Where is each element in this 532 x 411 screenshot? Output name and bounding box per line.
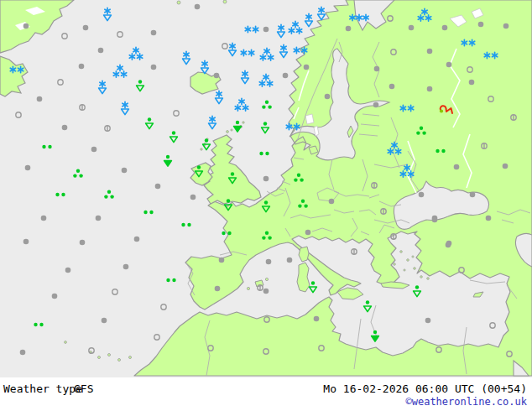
cloud-icon: [486, 216, 492, 221]
cloud-icon: [427, 86, 433, 92]
cloud-icon: [263, 289, 269, 294]
cloud-icon: [37, 96, 43, 102]
cloud-icon: [151, 65, 157, 70]
cloud-icon: [389, 84, 395, 90]
cloud-icon: [263, 27, 269, 33]
cloud-icon: [65, 268, 71, 273]
cloud-icon: [98, 48, 104, 54]
cloud-icon: [425, 318, 431, 324]
copyright-link[interactable]: ©weatheronline.co.uk: [406, 396, 528, 408]
cloud-icon: [432, 217, 438, 223]
snow-3row-icon: [350, 14, 368, 20]
cloud-icon: [503, 23, 509, 29]
cloud-icon: [80, 240, 86, 246]
cloud-icon: [190, 195, 196, 200]
cloud-icon: [329, 199, 335, 205]
cloud-icon: [454, 164, 460, 170]
ibiza: [247, 287, 249, 289]
cloud-icon: [155, 184, 161, 190]
cloud-icon: [503, 164, 509, 169]
cloud-icon: [41, 216, 47, 221]
europe-basemap: [0, 0, 532, 377]
cloud-icon: [409, 25, 415, 31]
weather-map: [0, 0, 532, 377]
cloud-icon: [446, 242, 451, 248]
cloud-icon: [79, 64, 85, 70]
timestamp-label: Mo 16-02-2026 06:00 UTC (00+54): [323, 382, 527, 395]
cloud-icon: [214, 73, 220, 79]
cloud-icon: [102, 318, 107, 324]
cloud-icon: [123, 264, 129, 270]
cloud-icon: [419, 192, 425, 198]
cloud-icon: [325, 94, 331, 100]
model-label: GFS: [74, 382, 93, 395]
cloud-icon: [23, 239, 29, 245]
cloud-icon: [373, 102, 379, 108]
cloud-icon: [96, 216, 102, 221]
cloud-icon: [374, 66, 380, 72]
cloud-icon: [314, 316, 320, 322]
cloud-icon: [134, 237, 140, 242]
cloud-icon: [346, 26, 352, 32]
cloud-icon: [25, 165, 31, 171]
cloud-icon: [263, 176, 269, 182]
cloud-icon: [62, 125, 68, 131]
cloud-icon: [219, 258, 225, 263]
cloud-icon: [195, 4, 201, 10]
cloud-icon: [470, 192, 476, 198]
cloud-icon: [446, 62, 452, 68]
cloud-icon: [478, 22, 484, 28]
cloud-icon: [91, 147, 97, 153]
cloud-icon: [23, 23, 29, 29]
status-bar: Weather type GFS Mo 16-02-2026 06:00 UTC…: [0, 377, 532, 411]
cloud-icon: [304, 65, 310, 70]
cloud-icon: [52, 294, 58, 299]
cloud-icon: [122, 168, 128, 174]
cloud-icon: [215, 286, 221, 292]
cloud-icon: [305, 230, 311, 236]
cloud-icon: [427, 49, 433, 55]
cloud-icon: [20, 350, 26, 356]
cloud-icon: [266, 259, 272, 265]
cloud-icon: [469, 80, 475, 86]
cloud-icon: [151, 30, 157, 36]
cloud-icon: [83, 25, 89, 31]
weather-map-screenshot: Weather type GFS Mo 16-02-2026 06:00 UTC…: [0, 0, 532, 411]
menorca: [265, 278, 268, 280]
cloud-icon: [283, 73, 289, 79]
cloud-icon: [287, 258, 293, 263]
cloud-icon: [442, 25, 448, 31]
map-type-label: Weather type: [3, 382, 82, 395]
